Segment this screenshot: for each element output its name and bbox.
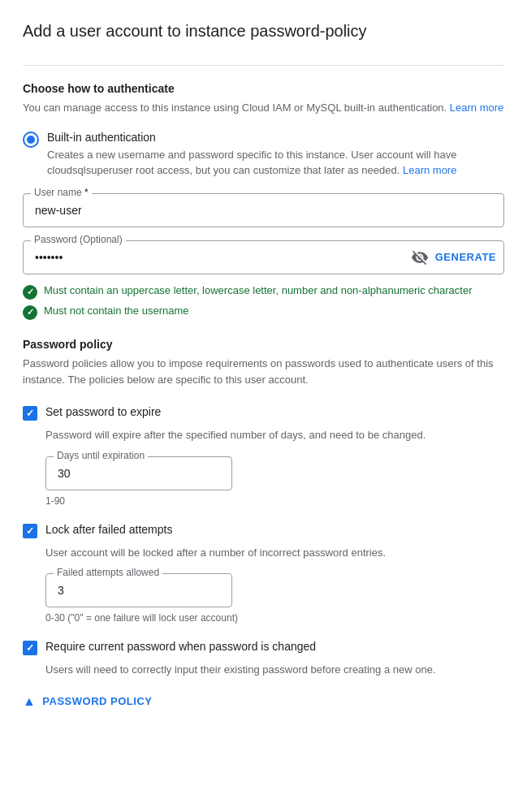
failed-attempts-hint: 0-30 ("0" = one failure will lock user a… xyxy=(45,612,504,624)
days-expiration-hint: 1-90 xyxy=(45,495,504,507)
radio-option-label: Built-in authentication xyxy=(47,131,504,144)
failed-attempts-label: Failed attempts allowed xyxy=(54,567,162,578)
failed-attempts-field: Failed attempts allowed xyxy=(45,573,232,607)
auth-description: You can manage access to this instance u… xyxy=(23,100,504,116)
password-actions: GENERATE xyxy=(411,248,496,266)
radio-option-content: Built-in authentication Creates a new us… xyxy=(47,131,504,179)
user-name-label: User name * xyxy=(31,187,92,198)
lock-checkbox-group: Lock after failed attempts User account … xyxy=(23,523,504,624)
expire-checkbox-row: Set password to expire xyxy=(23,405,504,421)
days-expiration-input[interactable] xyxy=(45,456,232,490)
radio-button-builtin[interactable] xyxy=(23,132,39,148)
require-current-checkbox-row: Require current password when password i… xyxy=(23,640,504,655)
password-policy-section: Password policy Password policies allow … xyxy=(23,338,504,709)
require-current-checkbox-group: Require current password when password i… xyxy=(23,640,504,678)
require-current-checkbox[interactable] xyxy=(23,641,37,655)
days-expiration-label: Days until expiration xyxy=(54,450,148,461)
auth-section: Choose how to authenticate You can manag… xyxy=(23,82,504,179)
radio-inner-dot xyxy=(27,136,35,144)
password-policy-heading: Password policy xyxy=(23,338,504,351)
learn-more-link-1[interactable]: Learn more xyxy=(450,102,503,114)
visibility-toggle-icon[interactable] xyxy=(411,248,429,266)
check-icon-2 xyxy=(23,305,37,320)
validation-item-2: Must not contain the username xyxy=(23,304,504,320)
days-expiration-field: Days until expiration xyxy=(45,456,232,490)
collapse-icon: ▲ xyxy=(23,694,36,709)
password-wrapper: GENERATE xyxy=(23,240,504,274)
password-label: Password (Optional) xyxy=(31,234,126,245)
required-asterisk: * xyxy=(84,187,89,198)
radio-option-builtin[interactable]: Built-in authentication Creates a new us… xyxy=(23,131,504,179)
collapse-bar[interactable]: ▲ PASSWORD POLICY xyxy=(23,694,504,709)
validation-item-1: Must contain an uppercase letter, lowerc… xyxy=(23,284,504,300)
require-current-checkbox-label: Require current password when password i… xyxy=(45,640,316,653)
validation-list: Must contain an uppercase letter, lowerc… xyxy=(23,284,504,320)
lock-sub-field: Failed attempts allowed xyxy=(45,573,504,607)
expire-checkbox[interactable] xyxy=(23,406,37,421)
page-title: Add a user account to instance password-… xyxy=(23,19,504,42)
require-current-checkbox-description: Users will need to correctly input their… xyxy=(45,662,504,678)
collapse-label: PASSWORD POLICY xyxy=(42,695,152,707)
validation-text-2: Must not contain the username xyxy=(44,304,189,317)
expire-checkbox-label: Set password to expire xyxy=(45,405,161,418)
user-name-field: User name * xyxy=(23,193,504,227)
user-name-input[interactable] xyxy=(23,193,504,227)
lock-checkbox-row: Lock after failed attempts xyxy=(23,523,504,538)
radio-option-description: Creates a new username and password spec… xyxy=(47,147,504,179)
learn-more-link-2[interactable]: Learn more xyxy=(403,164,456,176)
failed-attempts-input[interactable] xyxy=(45,573,232,607)
lock-checkbox[interactable] xyxy=(23,524,37,538)
expire-checkbox-description: Password will expire after the specified… xyxy=(45,427,504,443)
lock-checkbox-description: User account will be locked after a numb… xyxy=(45,545,504,561)
password-field: Password (Optional) GENERATE xyxy=(23,240,504,274)
expire-sub-field: Days until expiration xyxy=(45,456,504,490)
lock-checkbox-label: Lock after failed attempts xyxy=(45,523,172,536)
expire-checkbox-group: Set password to expire Password will exp… xyxy=(23,405,504,507)
divider xyxy=(23,65,504,66)
password-policy-description: Password policies allow you to impose re… xyxy=(23,356,504,390)
generate-button[interactable]: GENERATE xyxy=(435,251,496,263)
check-icon-1 xyxy=(23,285,37,300)
validation-text-1: Must contain an uppercase letter, lowerc… xyxy=(44,284,473,296)
auth-heading: Choose how to authenticate xyxy=(23,82,504,95)
